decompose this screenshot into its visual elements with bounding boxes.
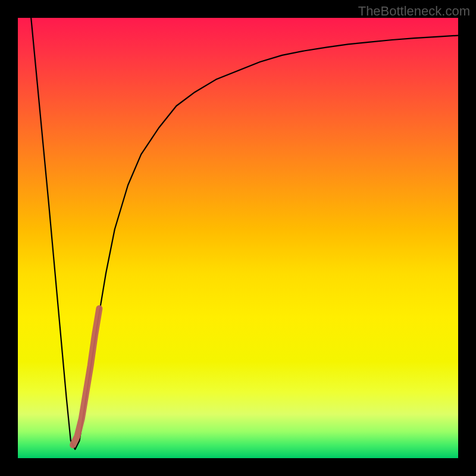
chart-plot-area	[18, 18, 458, 458]
watermark-text: TheBottleneck.com	[358, 4, 470, 19]
highlight-segment	[73, 308, 99, 444]
main-curve	[31, 18, 458, 449]
chart-svg	[18, 18, 458, 458]
